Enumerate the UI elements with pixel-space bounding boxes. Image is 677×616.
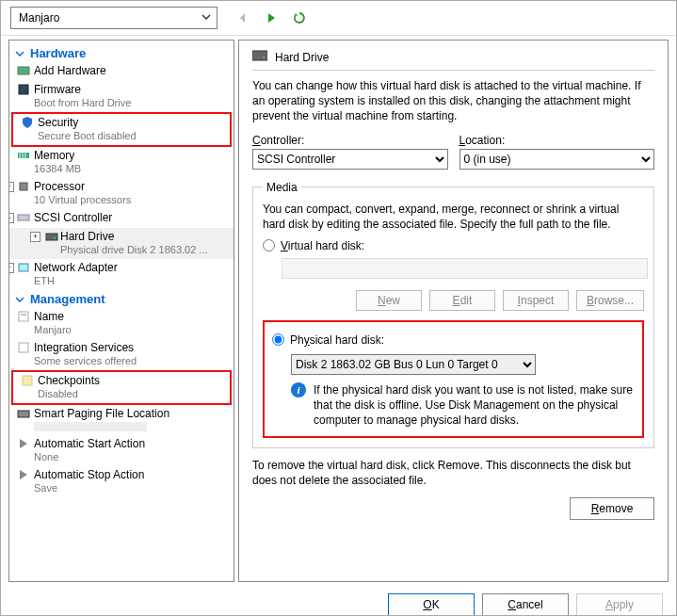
controller-label: Controller:	[252, 134, 448, 147]
sidebar-item-firmware[interactable]: Firmware Boot from Hard Drive	[9, 81, 234, 112]
info-icon: i	[291, 382, 306, 397]
sidebar-item-name[interactable]: Name Manjaro	[9, 308, 234, 339]
physical-radio[interactable]	[272, 333, 284, 346]
item-label: Name	[34, 310, 234, 323]
item-label: Automatic Start Action	[34, 437, 234, 450]
svg-rect-7	[18, 215, 29, 220]
sidebar-item-paging[interactable]: Smart Paging File Location	[9, 405, 234, 435]
add-hardware-icon	[17, 64, 30, 77]
vm-selector[interactable]: Manjaro	[10, 7, 218, 29]
nic-icon	[17, 261, 30, 274]
apply-button: Apply	[576, 593, 663, 616]
hdd-icon	[45, 230, 58, 243]
item-label: Security	[38, 116, 230, 129]
sidebar-item-integration[interactable]: Integration Services Some services offer…	[9, 339, 234, 370]
item-sub: Boot from Hard Drive	[34, 96, 234, 108]
integration-icon	[17, 341, 30, 354]
sidebar-item-autostart[interactable]: Automatic Start Action None	[9, 435, 234, 466]
location-select[interactable]: 0 (in use)	[459, 149, 655, 170]
settings-tree: Hardware Add Hardware Firmware Boot from…	[8, 40, 234, 582]
item-sub: 10 Virtual processors	[34, 193, 234, 205]
refresh-button[interactable]	[291, 9, 308, 26]
sidebar-item-network[interactable]: + Network Adapter ETH	[9, 259, 234, 290]
media-legend: Media	[263, 181, 301, 194]
scsi-icon	[17, 211, 30, 224]
inspect-button: Inspect	[503, 290, 569, 311]
autostop-icon	[17, 468, 30, 481]
svg-rect-14	[23, 376, 32, 385]
sidebar-item-checkpoints[interactable]: Checkpoints Disabled	[11, 370, 232, 405]
svg-point-17	[263, 57, 265, 58]
prev-button[interactable]	[234, 9, 251, 26]
sidebar-item-scsi[interactable]: − SCSI Controller	[9, 209, 234, 228]
sidebar-item-autostop[interactable]: Automatic Stop Action Save	[9, 466, 234, 497]
item-sub: Disabled	[38, 387, 230, 399]
item-sub: Save	[34, 481, 234, 494]
item-label: Processor	[34, 180, 234, 193]
item-sub: Secure Boot disabled	[38, 129, 230, 141]
hardware-label: Hardware	[30, 46, 86, 60]
vhd-label: Virtual hard disk:	[281, 239, 364, 252]
new-button: New	[356, 290, 422, 311]
item-sub: Some services offered	[34, 354, 234, 366]
item-label: SCSI Controller	[34, 211, 234, 224]
start-button[interactable]	[263, 9, 280, 26]
intro-text: You can change how this virtual hard dis…	[252, 78, 654, 124]
sidebar-item-processor[interactable]: + Processor 10 Virtual processors	[9, 178, 234, 209]
cpu-icon	[17, 180, 30, 193]
remove-button[interactable]: Remove	[570, 497, 654, 520]
item-label: Network Adapter	[34, 261, 234, 274]
remove-text: To remove the virtual hard disk, click R…	[252, 458, 654, 488]
collapse-icon	[15, 49, 24, 58]
sidebar-item-memory[interactable]: Memory 16384 MB	[9, 147, 234, 178]
physical-label: Physical hard disk:	[290, 333, 384, 347]
item-sub: Physical drive Disk 2 1863.02 ...	[60, 243, 234, 255]
sidebar-item-add-hardware[interactable]: Add Hardware	[9, 62, 234, 81]
svg-rect-11	[19, 312, 28, 321]
media-text: You can compact, convert, expand, merge,…	[263, 202, 644, 232]
checkpoint-icon	[21, 374, 34, 387]
hdd-icon	[252, 50, 267, 64]
ok-button[interactable]: OK	[388, 593, 475, 616]
svg-rect-13	[19, 343, 28, 352]
vhd-path-input	[282, 258, 648, 279]
item-label: Hard Drive	[60, 230, 234, 243]
svg-rect-1	[19, 85, 28, 94]
item-sub: None	[34, 450, 234, 462]
svg-rect-8	[46, 234, 57, 240]
media-group: Media You can compact, convert, expand, …	[252, 181, 654, 448]
item-sub-redacted	[34, 422, 147, 431]
item-sub: Manjaro	[34, 323, 234, 335]
panel-title: Hard Drive	[275, 51, 329, 64]
sidebar-item-security[interactable]: Security Secure Boot disabled	[11, 112, 232, 147]
svg-rect-0	[18, 67, 29, 74]
item-sub: 16384 MB	[34, 162, 234, 174]
physical-info-text: If the physical hard disk you want to us…	[314, 382, 635, 429]
collapse-icon[interactable]: −	[8, 213, 14, 223]
content-panel: Hard Drive You can change how this virtu…	[238, 40, 669, 582]
physical-disk-select[interactable]: Disk 2 1863.02 GB Bus 0 Lun 0 Target 0	[291, 354, 536, 375]
shield-icon	[21, 116, 34, 129]
expand-icon[interactable]: +	[30, 232, 40, 242]
svg-rect-15	[18, 411, 29, 417]
location-label: Location:	[459, 134, 655, 147]
hardware-group-header[interactable]: Hardware	[9, 44, 234, 62]
sidebar-item-hard-drive[interactable]: + Hard Drive Physical drive Disk 2 1863.…	[9, 228, 234, 259]
name-icon	[17, 310, 30, 323]
edit-button: Edit	[429, 290, 495, 311]
item-label: Firmware	[34, 83, 234, 96]
cancel-button[interactable]: Cancel	[482, 593, 569, 616]
expand-icon[interactable]: +	[8, 263, 14, 273]
vm-name: Manjaro	[19, 11, 59, 24]
controller-select[interactable]: SCSI Controller	[252, 149, 448, 170]
toolbar: Manjaro	[1, 1, 676, 36]
item-label: Checkpoints	[38, 374, 230, 387]
item-label: Automatic Stop Action	[34, 468, 234, 481]
management-group-header[interactable]: Management	[9, 290, 234, 308]
firmware-icon	[17, 83, 30, 96]
physical-disk-section: Physical hard disk: Disk 2 1863.02 GB Bu…	[263, 320, 644, 438]
vhd-radio[interactable]	[263, 239, 275, 251]
item-label: Integration Services	[34, 341, 234, 354]
collapse-icon	[15, 295, 24, 304]
expand-icon[interactable]: +	[8, 182, 14, 192]
